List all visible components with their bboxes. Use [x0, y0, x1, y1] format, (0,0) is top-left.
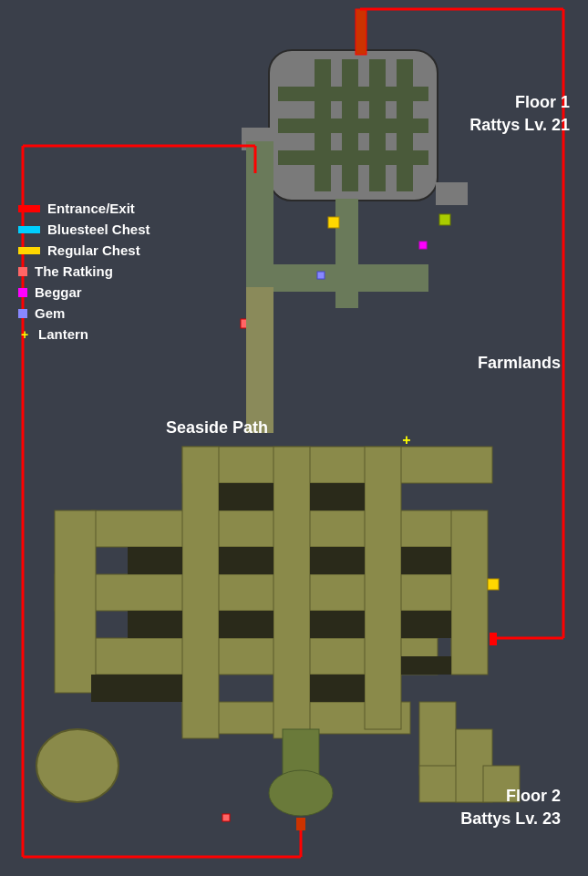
svg-rect-64 — [419, 242, 427, 249]
gem-label: Gem — [35, 305, 65, 321]
floor2-label: Floor 2 Battys Lv. 23 — [460, 785, 561, 830]
svg-rect-7 — [278, 119, 428, 133]
svg-rect-49 — [401, 656, 451, 675]
svg-text:+: + — [402, 432, 410, 448]
svg-rect-33 — [419, 702, 456, 775]
svg-point-32 — [269, 770, 333, 816]
lantern-label: Lantern — [38, 326, 88, 342]
svg-rect-27 — [365, 447, 401, 729]
svg-rect-29 — [55, 510, 96, 693]
svg-rect-42 — [310, 611, 365, 638]
legend-item-gem: Gem — [18, 305, 150, 321]
farmlands-label: Farmlands — [478, 354, 561, 373]
svg-rect-63 — [222, 814, 230, 821]
svg-rect-39 — [219, 611, 273, 638]
legend-item-regular: Regular Chest — [18, 242, 150, 258]
svg-rect-25 — [182, 447, 219, 738]
lantern-cross: + — [18, 328, 31, 341]
svg-rect-11 — [436, 182, 468, 205]
svg-rect-28 — [451, 510, 488, 675]
entrance-exit-label: Entrance/Exit — [47, 201, 135, 216]
svg-rect-61 — [488, 579, 499, 590]
svg-rect-57 — [490, 633, 497, 645]
gem-dot — [18, 309, 27, 318]
svg-rect-20 — [182, 447, 492, 483]
seaside-path-label: Seaside Path — [166, 418, 268, 438]
svg-rect-47 — [91, 675, 182, 702]
svg-rect-38 — [219, 547, 273, 574]
floor1-label: Floor 1 Rattys Lv. 21 — [469, 91, 570, 137]
legend-item-beggar: Beggar — [18, 284, 150, 300]
svg-rect-44 — [128, 611, 182, 638]
svg-rect-14 — [356, 9, 366, 55]
ratking-dot — [18, 267, 27, 276]
ratking-label: The Ratking — [35, 263, 113, 279]
svg-rect-62 — [296, 818, 305, 830]
regular-chest-swatch — [18, 247, 40, 254]
svg-rect-15 — [328, 217, 339, 228]
svg-rect-19 — [246, 287, 273, 433]
svg-rect-8 — [278, 150, 428, 165]
svg-point-30 — [36, 729, 119, 802]
svg-rect-6 — [278, 87, 428, 101]
svg-rect-37 — [219, 483, 273, 510]
svg-rect-48 — [310, 675, 365, 702]
legend: Entrance/Exit Bluesteel Chest Regular Ch… — [18, 201, 150, 347]
svg-rect-16 — [439, 214, 450, 225]
legend-item-bluesteel: Bluesteel Chest — [18, 222, 150, 237]
svg-rect-13 — [246, 141, 273, 292]
svg-rect-26 — [273, 447, 310, 738]
beggar-label: Beggar — [35, 284, 82, 300]
svg-rect-17 — [317, 272, 325, 279]
svg-rect-45 — [401, 547, 451, 574]
legend-item-ratking: The Ratking — [18, 263, 150, 279]
svg-rect-40 — [310, 483, 365, 510]
svg-rect-41 — [310, 547, 365, 574]
bluesteel-chest-label: Bluesteel Chest — [47, 222, 150, 237]
entrance-exit-swatch — [18, 205, 40, 212]
map-container: + Seaside Path Floor 1 Rattys Lv. 21 Far… — [0, 0, 588, 876]
legend-item-entrance: Entrance/Exit — [18, 201, 150, 216]
regular-chest-label: Regular Chest — [47, 242, 140, 258]
svg-rect-22 — [55, 574, 483, 611]
svg-rect-46 — [401, 611, 451, 638]
beggar-dot — [18, 288, 27, 297]
bluesteel-chest-swatch — [18, 226, 40, 233]
svg-rect-43 — [128, 547, 182, 574]
legend-item-lantern: + Lantern — [18, 326, 150, 342]
